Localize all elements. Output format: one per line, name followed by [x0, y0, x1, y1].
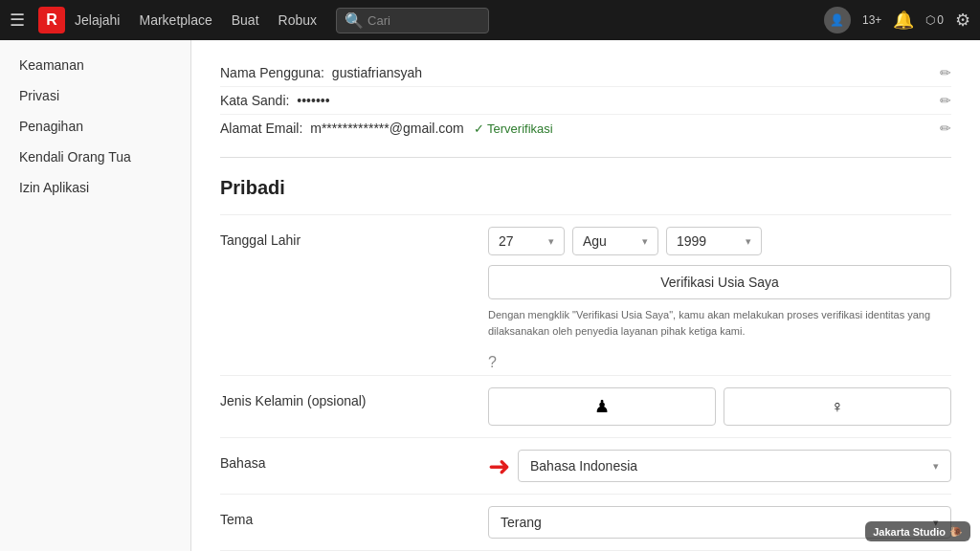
language-control: ➜ Bahasa Indonesia ▾: [488, 450, 951, 482]
sidebar-item-izin-aplikasi[interactable]: Izin Aplikasi: [0, 172, 190, 203]
gender-female-button[interactable]: ♀: [724, 387, 951, 426]
male-icon: ♟: [594, 396, 610, 417]
sidebar-item-privasi[interactable]: Privasi: [0, 80, 190, 111]
notification-icon[interactable]: 🔔: [893, 10, 914, 31]
nav-links: Jelajahi Marketplace Buat Robux: [75, 12, 317, 28]
day-dropdown[interactable]: 27 ▾: [488, 227, 565, 255]
settings-icon[interactable]: ⚙: [955, 10, 970, 31]
nav-robux[interactable]: Robux: [278, 12, 317, 28]
year-chevron-icon: ▾: [746, 235, 751, 248]
sidebar-item-kendali-orang-tua[interactable]: Kendali Orang Tua: [0, 142, 190, 172]
gender-control: ♟ ♀: [488, 387, 951, 426]
username-row: Nama Pengguna: gustiafriansyah ✏: [220, 59, 951, 87]
nav-right-section: 👤 13+ 🔔 ⬡ 0 ⚙: [824, 7, 970, 33]
sidebar-item-keamanan[interactable]: Keamanan: [0, 50, 190, 80]
language-dropdown[interactable]: Bahasa Indonesia ▾: [518, 450, 951, 482]
birthdate-row: Tanggal Lahir 27 ▾ Agu ▾ 1999 ▾: [220, 214, 951, 350]
content-area: Nama Pengguna: gustiafriansyah ✏ Kata Sa…: [191, 40, 980, 551]
verify-description: Dengan mengklik "Verifikasi Usia Saya", …: [488, 307, 951, 339]
red-arrow-icon: ➜: [488, 451, 510, 482]
avatar[interactable]: 👤: [824, 7, 851, 33]
language-row: Bahasa ➜ Bahasa Indonesia ▾: [220, 437, 951, 494]
search-input[interactable]: [368, 13, 480, 28]
top-navigation: ☰ R Jelajahi Marketplace Buat Robux 🔍 👤 …: [0, 0, 980, 40]
help-row: ?: [220, 350, 951, 375]
help-icon[interactable]: ?: [488, 354, 497, 370]
gender-male-button[interactable]: ♟: [488, 387, 716, 426]
username-label: Nama Pengguna: gustiafriansyah: [220, 65, 930, 80]
sidebar: Keamanan Privasi Penagihan Kendali Orang…: [0, 40, 191, 551]
search-icon: 🔍: [345, 11, 364, 30]
birthdate-control: 27 ▾ Agu ▾ 1999 ▾ Verifikasi Us: [488, 227, 951, 339]
roblox-logo: R: [38, 7, 65, 33]
language-label: Bahasa: [220, 450, 488, 471]
female-icon: ♀: [831, 397, 844, 417]
email-edit-icon[interactable]: ✏: [940, 121, 951, 136]
birthdate-label: Tanggal Lahir: [220, 227, 488, 248]
language-chevron-icon: ▾: [933, 460, 939, 473]
watermark-text: Jakarta Studio: [873, 526, 946, 538]
password-label: Kata Sandi: •••••••: [220, 93, 930, 108]
nav-marketplace[interactable]: Marketplace: [139, 12, 212, 28]
username-edit-icon[interactable]: ✏: [940, 65, 951, 80]
gender-row: Jenis Kelamin (opsional) ♟ ♀: [220, 375, 951, 437]
watermark: Jakarta Studio 🐌: [865, 521, 970, 541]
password-edit-icon[interactable]: ✏: [940, 93, 951, 108]
email-row: Alamat Email: m*************@gmail.com ✓…: [220, 115, 951, 142]
theme-label: Tema: [220, 506, 488, 527]
account-info-section: Nama Pengguna: gustiafriansyah ✏ Kata Sa…: [220, 59, 951, 158]
month-chevron-icon: ▾: [642, 235, 648, 248]
gender-options: ♟ ♀: [488, 387, 951, 426]
year-dropdown[interactable]: 1999 ▾: [666, 227, 762, 255]
nav-buat[interactable]: Buat: [232, 12, 259, 28]
robux-badge: ⬡ 0: [925, 13, 944, 27]
main-layout: Keamanan Privasi Penagihan Kendali Orang…: [0, 40, 980, 551]
search-bar[interactable]: 🔍: [336, 8, 489, 33]
pribadi-section: Pribadi Tanggal Lahir 27 ▾ Agu ▾: [220, 177, 951, 550]
date-dropdowns: 27 ▾ Agu ▾ 1999 ▾: [488, 227, 951, 255]
day-chevron-icon: ▾: [548, 235, 554, 248]
verify-age-button[interactable]: Verifikasi Usia Saya: [488, 265, 951, 299]
gender-label: Jenis Kelamin (opsional): [220, 387, 488, 408]
age-badge: 13+: [862, 13, 881, 27]
watermark-icon: 🐌: [949, 525, 963, 538]
pribadi-title: Pribadi: [220, 177, 951, 199]
sidebar-item-penagihan[interactable]: Penagihan: [0, 111, 190, 142]
theme-row: Tema Terang ▾: [220, 494, 951, 550]
nav-jelajahi[interactable]: Jelajahi: [75, 12, 120, 28]
verify-area: Verifikasi Usia Saya Dengan mengklik "Ve…: [488, 265, 951, 339]
password-row: Kata Sandi: ••••••• ✏: [220, 87, 951, 115]
month-dropdown[interactable]: Agu ▾: [572, 227, 658, 255]
email-label: Alamat Email: m*************@gmail.com ✓…: [220, 121, 930, 136]
hamburger-icon[interactable]: ☰: [10, 10, 25, 31]
robux-icon: ⬡: [925, 13, 935, 27]
